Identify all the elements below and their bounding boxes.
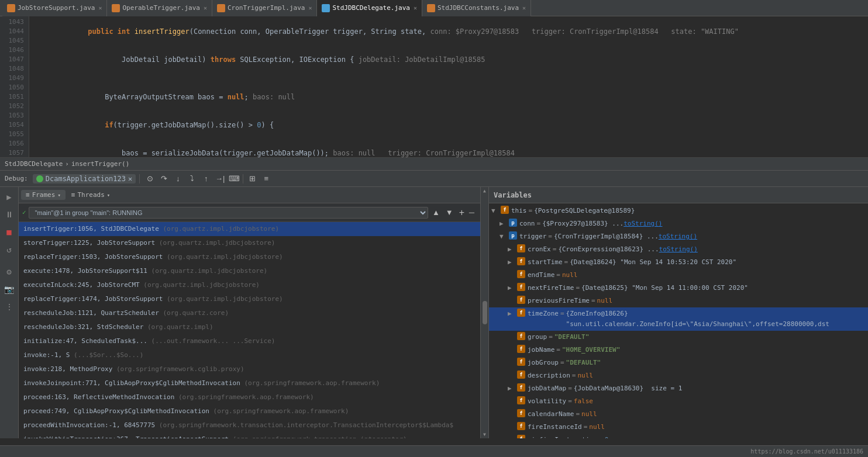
tab-threads[interactable]: ≡ Threads ▾ bbox=[67, 190, 115, 200]
scroll-thumb[interactable] bbox=[483, 301, 487, 324]
step-into-btn[interactable]: ↓ bbox=[171, 172, 184, 185]
variables-list: ▼ f this = {PostgreSQLDelegate@18589} ▶ … bbox=[489, 203, 868, 438]
var-cronex[interactable]: ▶ f cronEx = {CronExpression@18623} ... … bbox=[489, 243, 868, 256]
var-type-icon: p bbox=[509, 219, 517, 227]
code-line-1047: if(trigger.getJobDataMap().size() > 0) { bbox=[34, 111, 868, 139]
frame-5[interactable]: replaceTrigger:1474, JobStoreSupport (or… bbox=[19, 292, 480, 306]
tab-close-4[interactable]: ✕ bbox=[522, 5, 526, 11]
close-debug-icon[interactable]: ✕ bbox=[128, 175, 132, 183]
var-starttime[interactable]: ▶ f startTime = {Date@18624} "Mon Sep 14… bbox=[489, 256, 868, 269]
frame-0[interactable]: insertTrigger:1056, StdJDBCDelegate (org… bbox=[19, 222, 480, 236]
sidebar-settings-icon[interactable]: ⚙ bbox=[2, 264, 17, 279]
var-fireinstanceid[interactable]: f fireInstanceId = null bbox=[489, 421, 868, 434]
sidebar-pause-icon[interactable]: ⏸ bbox=[2, 207, 17, 222]
debug-controls: ⊙ ↷ ↓ ⤵ ↑ →| ⌨ ⊞ ≡ bbox=[143, 172, 273, 185]
toolbar-separator-2 bbox=[243, 174, 243, 184]
var-group[interactable]: f group = "DEFAULT" bbox=[489, 331, 868, 344]
sidebar-rerun-icon[interactable]: ↺ bbox=[2, 242, 17, 257]
frames-btn[interactable]: ⊞ bbox=[246, 172, 259, 185]
var-misfireinstruction[interactable]: f misfireInstruction = 0 bbox=[489, 434, 868, 438]
run-to-cursor-btn[interactable]: →| bbox=[213, 172, 226, 185]
var-calendarname[interactable]: f calendarName = null bbox=[489, 408, 868, 421]
step-over-btn[interactable]: ↷ bbox=[157, 172, 170, 185]
var-jobdatamap[interactable]: ▶ f jobDataMap = {JobDataMap@18630} size… bbox=[489, 382, 868, 395]
frame-14[interactable]: proceedWithInvocation:-1, 68457775 (org.… bbox=[19, 418, 480, 432]
thread-dropdown[interactable]: "main"@1 in group "main": RUNNING bbox=[29, 207, 428, 219]
step-out-btn[interactable]: ↑ bbox=[199, 172, 212, 185]
tab-close-2[interactable]: ✕ bbox=[308, 5, 312, 11]
var-type-icon: f bbox=[517, 383, 525, 392]
frame-8[interactable]: initialize:47, ScheduledTask$... (...out… bbox=[19, 334, 480, 348]
frame-9[interactable]: invoke:-1, S (...$Sor...$So...) bbox=[19, 348, 480, 362]
var-this[interactable]: ▼ f this = {PostgreSQLDelegate@18589} bbox=[489, 205, 868, 217]
tab-close-1[interactable]: ✕ bbox=[204, 5, 207, 11]
frame-1[interactable]: storeTrigger:1225, JobStoreSupport (org.… bbox=[19, 236, 480, 250]
sidebar-camera-icon[interactable]: 📷 bbox=[2, 282, 17, 297]
frame-12[interactable]: proceed:163, ReflectiveMethodInvocation … bbox=[19, 390, 480, 404]
var-volatility[interactable]: f volatility = false bbox=[489, 395, 868, 408]
var-trigger[interactable]: ▼ p trigger = {CronTriggerImpl@18584} ..… bbox=[489, 230, 868, 243]
tab-bar: JobStoreSupport.java ✕ OperableTrigger.j… bbox=[0, 0, 868, 16]
var-nextfiretime[interactable]: ▶ f nextFireTime = {Date@18625} "Mon Sep… bbox=[489, 282, 868, 295]
remove-watch-btn[interactable]: − bbox=[469, 207, 477, 218]
var-trigger-tostring-link[interactable]: toString() bbox=[659, 231, 697, 242]
watches-btn[interactable]: ≡ bbox=[260, 172, 273, 185]
var-type-icon: f bbox=[517, 309, 525, 317]
var-previousfiretime[interactable]: f previousFireTime = null bbox=[489, 295, 868, 307]
var-jobgroup[interactable]: f jobGroup = "DEFAULT" bbox=[489, 356, 868, 369]
frame-3[interactable]: execute:1478, JobStoreSupport$11 (org.qu… bbox=[19, 264, 480, 278]
thread-status-icon: ✓ bbox=[22, 209, 26, 216]
tab-crontriggerimpl[interactable]: CronTriggerImpl.java ✕ bbox=[212, 0, 317, 16]
show-execution-point-btn[interactable]: ⊙ bbox=[143, 172, 156, 185]
frame-2[interactable]: replaceTrigger:1503, JobStoreSupport (or… bbox=[19, 250, 480, 264]
java-icon bbox=[427, 4, 435, 12]
code-line-1044: JobDetail jobDetail) throws SQLException… bbox=[34, 46, 868, 74]
var-timezone[interactable]: ▶ f timeZone = {ZoneInfo@18626} "sun.uti… bbox=[489, 307, 868, 331]
frame-4[interactable]: executeInLock:245, JobStoreCMT (org.quar… bbox=[19, 278, 480, 292]
tab-stdjdbcconstants[interactable]: StdJDBCConstants.java ✕ bbox=[422, 0, 531, 16]
left-scrollbar[interactable]: ▲ ▼ bbox=[481, 187, 489, 438]
frame-7[interactable]: rescheduleJob:321, StdScheduler (org.qua… bbox=[19, 320, 480, 334]
sidebar-stop-icon[interactable]: ■ bbox=[2, 224, 17, 240]
debug-toolbar: Debug: DcamsApplication123 ✕ ⊙ ↷ ↓ ⤵ ↑ →… bbox=[0, 171, 868, 187]
var-description[interactable]: f description = null bbox=[489, 369, 868, 382]
sidebar-icons: ▶ ⏸ ■ ↺ ⚙ 📷 ⋮ bbox=[0, 187, 19, 438]
var-conn-tostring-link[interactable]: toString() bbox=[624, 219, 662, 229]
scroll-up-btn[interactable]: ▲ bbox=[483, 188, 486, 193]
var-conn[interactable]: ▶ p conn = {$Proxy297@18583} ... toStrin… bbox=[489, 217, 868, 230]
tab-close-0[interactable]: ✕ bbox=[98, 5, 102, 11]
add-watch-btn[interactable]: + bbox=[457, 207, 466, 219]
var-cronex-tostring-link[interactable]: toString() bbox=[659, 244, 698, 255]
var-type-icon: f bbox=[517, 409, 525, 417]
java-icon bbox=[322, 4, 330, 12]
thread-down-btn[interactable]: ▼ bbox=[444, 207, 455, 217]
force-step-into-btn[interactable]: ⤵ bbox=[185, 172, 198, 185]
var-type-icon: f bbox=[517, 332, 525, 340]
evaluate-btn[interactable]: ⌨ bbox=[228, 172, 240, 185]
tab-jobstoresupport[interactable]: JobStoreSupport.java ✕ bbox=[2, 0, 107, 16]
threads-arrow: ▾ bbox=[107, 192, 110, 198]
sidebar-resume-icon[interactable]: ▶ bbox=[2, 189, 17, 205]
scroll-down-btn[interactable]: ▼ bbox=[483, 432, 486, 437]
var-type-icon: f bbox=[501, 206, 509, 214]
frame-6[interactable]: rescheduleJob:1121, QuartzScheduler (org… bbox=[19, 306, 480, 320]
sidebar-more-icon[interactable]: ⋮ bbox=[2, 299, 17, 314]
left-panel: ≡ Frames ▾ ≡ Threads ▾ ✓ "main"@1 in gro… bbox=[19, 187, 481, 438]
var-endtime[interactable]: f endTime = null bbox=[489, 269, 868, 282]
threads-label: Threads bbox=[77, 191, 104, 199]
var-type-icon: p bbox=[509, 231, 517, 240]
tab-stdjdbcdelegate[interactable]: StdJDBCDelegate.java ✕ bbox=[317, 0, 422, 16]
bottom-panel: ▶ ⏸ ■ ↺ ⚙ 📷 ⋮ ≡ Frames ▾ ≡ Threads ▾ ✓ "… bbox=[0, 187, 868, 438]
var-type-icon: f bbox=[517, 371, 525, 379]
var-jobname[interactable]: f jobName = "HOME_OVERVIEW" bbox=[489, 344, 868, 356]
debug-app-selector[interactable]: DcamsApplication123 ✕ bbox=[33, 174, 136, 184]
thread-up-btn[interactable]: ▲ bbox=[430, 207, 442, 217]
tab-close-3[interactable]: ✕ bbox=[414, 5, 417, 11]
tab-frames[interactable]: ≡ Frames ▾ bbox=[21, 190, 66, 200]
frame-15[interactable]: invokeWithinTransaction:367, Transaction… bbox=[19, 432, 480, 438]
frame-11[interactable]: invokeJoinpoint:771, CglibAopProxy$Cglib… bbox=[19, 376, 480, 390]
frame-13[interactable]: proceed:749, CglibAopProxy$CglibMethodIn… bbox=[19, 404, 480, 418]
var-type-icon: f bbox=[517, 345, 525, 353]
frame-10[interactable]: invoke:218, MethodProxy (org.springframe… bbox=[19, 362, 480, 376]
tab-operabletrigger[interactable]: OperableTrigger.java ✕ bbox=[107, 0, 212, 16]
